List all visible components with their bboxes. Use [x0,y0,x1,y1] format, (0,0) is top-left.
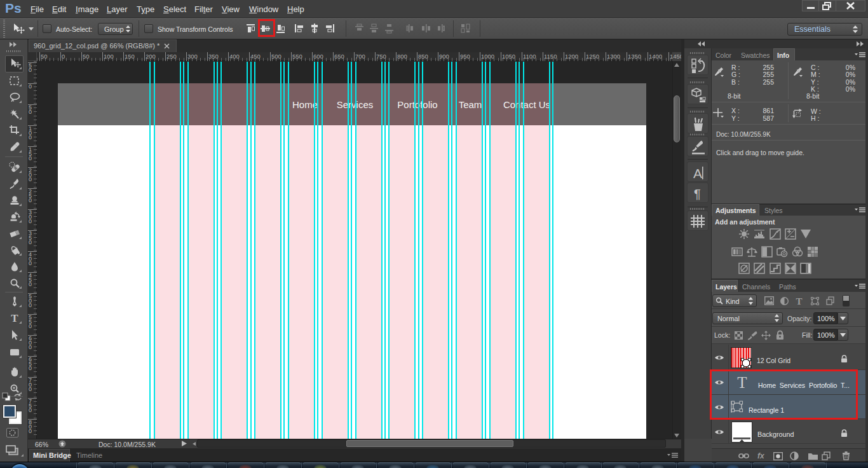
svg-text:T: T [11,312,18,324]
svg-text:T: T [796,296,802,306]
svg-text:¶: ¶ [694,187,701,201]
svg-text:A: A [693,166,702,181]
